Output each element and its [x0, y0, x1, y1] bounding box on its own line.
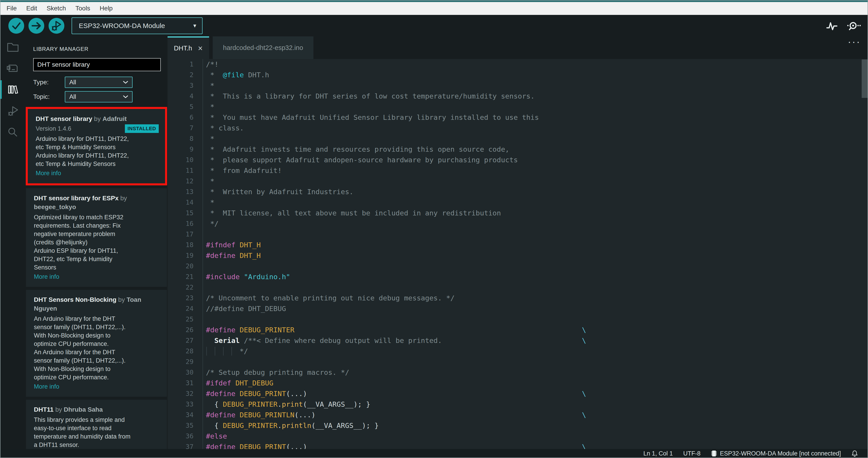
line-number: 21 [167, 271, 193, 282]
line-content: * [203, 197, 868, 208]
library-item[interactable]: DHT11 by Dhruba SahaThis library provide… [26, 400, 167, 449]
arduino-ide-window: FileEditSketchToolsHelp ESP32-WROOM-DA M… [0, 0, 868, 458]
line-content: #define DEBUG_PRINT(...)\ [203, 389, 868, 399]
window-top-border [0, 0, 868, 2]
library-search-input[interactable] [33, 58, 161, 71]
code-line: 20 [167, 261, 868, 271]
sidebar-item-boards-manager[interactable] [0, 58, 25, 79]
serial-monitor-icon[interactable] [846, 19, 861, 32]
verify-button[interactable] [8, 18, 24, 34]
line-content: #define DEBUG_PRINTLN(...)\ [203, 410, 868, 420]
line-content: */ [203, 218, 868, 229]
upload-button[interactable] [28, 18, 44, 34]
line-content: * @file DHT.h [203, 69, 868, 80]
line-content: { DEBUG_PRINTER.print(__VA_ARGS__); } [203, 399, 868, 410]
board-selector-dropdown[interactable]: ESP32-WROOM-DA Module ▾ [71, 18, 203, 34]
code-line: 12 * [167, 176, 868, 187]
sidebar-item-sketchbook[interactable] [0, 36, 25, 58]
line-number: 28 [167, 346, 193, 356]
code-area[interactable]: 1/*!2 * @file DHT.h3 *4 * This is a libr… [167, 59, 868, 449]
line-continuation-backslash: \ [582, 325, 586, 335]
close-icon[interactable]: × [198, 44, 203, 53]
code-line: 2 * @file DHT.h [167, 69, 868, 80]
code-line: 4 * This is a library for DHT series of … [167, 91, 868, 102]
line-number: 35 [167, 420, 193, 431]
library-item-title: DHT11 by Dhruba Saha [34, 405, 160, 414]
line-number: 23 [167, 293, 193, 304]
more-info-link[interactable]: More info [34, 273, 59, 281]
library-item[interactable]: DHT sensor library by AdafruitVersion 1.… [28, 109, 165, 183]
line-number: 12 [167, 176, 193, 187]
code-line: 15 * MIT license, all text above must be… [167, 208, 868, 218]
folder-icon [6, 41, 20, 53]
sidebar-item-debug[interactable] [0, 100, 25, 121]
menu-help[interactable]: Help [95, 2, 117, 15]
line-number: 33 [167, 399, 193, 410]
notifications-bell-icon[interactable] [851, 450, 858, 457]
search-icon [6, 126, 20, 138]
library-item[interactable]: DHT Sensors Non-Blocking by Toan NguyenA… [26, 290, 167, 397]
code-line: 10 * please support Adafruit andopen-sou… [167, 154, 868, 165]
menu-sketch[interactable]: Sketch [42, 2, 71, 15]
status-board[interactable]: ESP32-WROOM-DA Module [not connected] [711, 450, 841, 457]
code-line: 6 * You must have Adafruit Unified Senso… [167, 112, 868, 123]
code-line: 25 [167, 314, 868, 325]
code-line: 21#include "Arduino.h" [167, 271, 868, 282]
line-content [203, 356, 868, 367]
more-info-link[interactable]: More info [36, 169, 61, 177]
toolbar: ESP32-WROOM-DA Module ▾ [0, 15, 868, 36]
line-content: * [203, 102, 868, 112]
code-line: 13 * Written by Adafruit Industries. [167, 187, 868, 197]
library-item[interactable]: DHT sensor library for ESPx by beegee_to… [26, 188, 167, 287]
line-content [203, 261, 868, 271]
menu-file[interactable]: File [2, 2, 22, 15]
line-content: { DEBUG_PRINTER.println(__VA_ARGS__); } [203, 420, 868, 431]
code-line: 26#define DEBUG_PRINTER\ [167, 325, 868, 335]
line-continuation-backslash: \ [582, 335, 586, 346]
code-line: 5 * [167, 102, 868, 112]
line-content: /* Uncomment to enable printing out nice… [203, 293, 868, 304]
line-number: 18 [167, 240, 193, 250]
line-content: #define DEBUG_PRINT(...)\ [203, 441, 868, 449]
tab-hardcoded-dht22-esp32-ino[interactable]: hardcoded-dht22-esp32.ino [213, 36, 314, 59]
indent-guide [223, 347, 223, 355]
line-content: Serial /**< Define where debug output wi… [203, 335, 868, 346]
code-line: 37#define DEBUG_PRINT(...)\ [167, 441, 868, 449]
line-number: 10 [167, 154, 193, 165]
code-line: 28*/ [167, 346, 868, 356]
sidebar-item-search[interactable] [0, 121, 25, 143]
code-line: 33 { DEBUG_PRINTER.print(__VA_ARGS__); } [167, 399, 868, 410]
line-content: */ [203, 346, 868, 356]
code-line: 19#define DHT_H [167, 250, 868, 261]
line-content: * [203, 133, 868, 144]
line-number: 27 [167, 335, 193, 346]
code-line: 30/* Setup debug printing macros. */ [167, 367, 868, 378]
line-content: * You must have Adafruit Unified Sensor … [203, 112, 868, 123]
editor-scrollbar[interactable] [862, 59, 868, 98]
line-content: #define DEBUG_PRINTER\ [203, 325, 868, 335]
menu-bar: FileEditSketchToolsHelp [0, 2, 868, 15]
editor-more-actions[interactable]: ··· [848, 36, 861, 48]
panel-title: LIBRARY MANAGER [33, 46, 167, 52]
line-number: 7 [167, 123, 193, 133]
editor-tab-bar: DHT.h × hardcoded-dht22-esp32.ino ··· [167, 36, 868, 59]
code-line: 11 * from Adafruit! [167, 165, 868, 176]
menu-edit[interactable]: Edit [22, 2, 42, 15]
type-filter-select[interactable]: All [65, 77, 132, 88]
line-continuation-backslash: \ [582, 441, 586, 449]
sidebar-item-library-manager[interactable] [0, 79, 25, 100]
tab-dht-h[interactable]: DHT.h × [167, 36, 209, 59]
cursor-position[interactable]: Ln 1, Col 1 [643, 450, 673, 457]
chip-icon [711, 450, 717, 457]
library-author: Adafruit [102, 115, 127, 122]
line-content: #include "Arduino.h" [203, 271, 868, 282]
line-number: 25 [167, 314, 193, 325]
encoding[interactable]: UTF-8 [683, 450, 701, 457]
start-debugging-button[interactable] [49, 18, 64, 34]
topic-filter-select[interactable]: All [65, 91, 132, 103]
menu-tools[interactable]: Tools [71, 2, 95, 15]
more-info-link[interactable]: More info [34, 382, 59, 391]
line-content [203, 229, 868, 240]
serial-plotter-icon[interactable] [826, 19, 839, 32]
code-line: 32#define DEBUG_PRINT(...)\ [167, 389, 868, 399]
